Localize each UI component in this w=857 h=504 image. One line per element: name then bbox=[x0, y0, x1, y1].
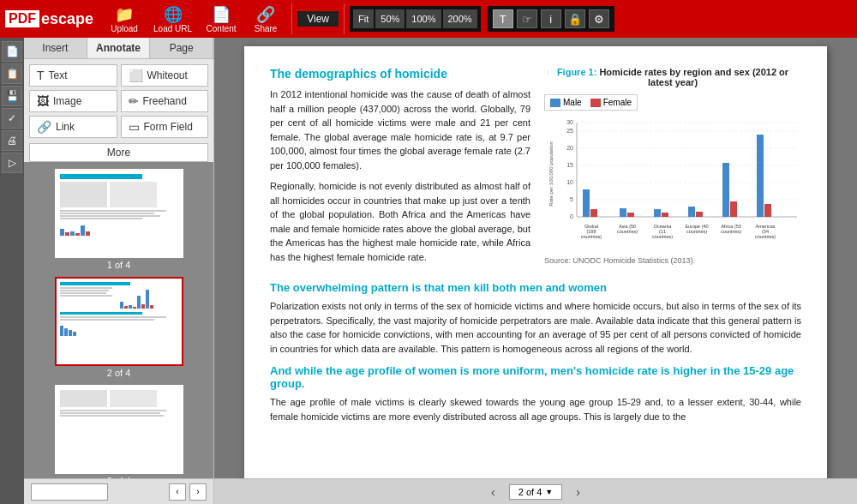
freehand-button[interactable]: ✏ Freehand bbox=[121, 90, 209, 112]
upload-icon: 📁 bbox=[112, 5, 136, 24]
thumb-label-1: 1 of 4 bbox=[107, 260, 131, 270]
col-right: Figure 1: Homicide rates by region and s… bbox=[544, 67, 801, 271]
legend-male: Male bbox=[550, 98, 582, 107]
svg-text:countries): countries) bbox=[755, 234, 776, 239]
legend-male-label: Male bbox=[563, 98, 582, 107]
section1-title: The demographics of homicide bbox=[270, 67, 530, 81]
strip-btn-3[interactable]: 💾 bbox=[2, 86, 22, 106]
bar-global-male bbox=[583, 189, 590, 217]
bar-asia-male bbox=[620, 208, 626, 217]
top-toolbar: PDF escape 📁 Upload 🌐 Load URL 📄 Content… bbox=[0, 0, 857, 38]
zoom-50-button[interactable]: 50% bbox=[375, 9, 405, 28]
bar-oceania-male bbox=[654, 209, 661, 217]
whiteout-icon: ⬜ bbox=[129, 69, 143, 82]
two-col-section: The demographics of homicide In 2012 int… bbox=[270, 67, 801, 271]
svg-text:15: 15 bbox=[566, 162, 573, 168]
chart-title: Figure 1: Homicide rates by region and s… bbox=[544, 67, 801, 87]
svg-text:25: 25 bbox=[566, 128, 573, 134]
info-button[interactable]: i bbox=[541, 9, 561, 28]
freehand-label: Freehand bbox=[143, 95, 187, 107]
thumbnail-1[interactable] bbox=[55, 169, 183, 258]
thumbnail-3[interactable] bbox=[55, 385, 183, 474]
image-icon: 🖼 bbox=[37, 94, 49, 108]
zoom-200-button[interactable]: 200% bbox=[443, 9, 477, 28]
side-panel: Insert Annotate Page T Text ⬜ Whiteout 🖼… bbox=[24, 38, 214, 504]
logo-pdf: PDF escape bbox=[5, 10, 93, 28]
main-next-arrow[interactable]: › bbox=[569, 485, 587, 499]
form-field-label: Form Field bbox=[144, 121, 193, 133]
bar-americas-female bbox=[764, 204, 771, 217]
settings-button[interactable]: ⚙ bbox=[589, 9, 609, 28]
thumb-container-1: 1 of 4 bbox=[55, 169, 183, 270]
strip-btn-1[interactable]: 📄 bbox=[2, 41, 22, 62]
upload-label: Upload bbox=[111, 24, 138, 33]
view-button[interactable]: View bbox=[297, 11, 339, 27]
bar-europe-male bbox=[688, 207, 695, 217]
col-left: The demographics of homicide In 2012 int… bbox=[270, 67, 530, 271]
main-content: The demographics of homicide In 2012 int… bbox=[214, 38, 857, 504]
text-icon: T bbox=[37, 69, 45, 82]
logo-escape-text: escape bbox=[41, 10, 93, 28]
prev-page-arrow[interactable]: ‹ bbox=[169, 483, 186, 501]
thumbnail-2[interactable] bbox=[55, 277, 183, 366]
zoom-100-button[interactable]: 100% bbox=[406, 9, 440, 28]
thumb-label-2: 2 of 4 bbox=[107, 368, 131, 378]
svg-text:Rate per 100,000 population: Rate per 100,000 population bbox=[548, 141, 554, 207]
share-button[interactable]: 🔗 Share bbox=[245, 3, 286, 35]
tab-annotate[interactable]: Annotate bbox=[87, 38, 151, 58]
load-url-label: Load URL bbox=[153, 24, 192, 33]
lock-button[interactable]: 🔒 bbox=[565, 9, 585, 28]
strip-btn-2[interactable]: 📋 bbox=[2, 63, 22, 84]
main-page-dropdown-icon[interactable]: ▼ bbox=[545, 488, 553, 496]
logo-pdf-box: PDF bbox=[5, 10, 39, 27]
more-button[interactable]: More bbox=[29, 143, 208, 162]
svg-text:10: 10 bbox=[566, 179, 573, 185]
search-box bbox=[31, 483, 108, 501]
link-button[interactable]: 🔗 Link bbox=[29, 116, 117, 138]
strip-btn-5[interactable]: 🖨 bbox=[2, 130, 22, 151]
next-page-arrow[interactable]: › bbox=[189, 483, 207, 501]
tab-insert[interactable]: Insert bbox=[24, 38, 87, 58]
view-label: View bbox=[307, 13, 329, 25]
tab-page[interactable]: Page bbox=[150, 38, 213, 58]
right-tools: T ☞ i 🔒 ⚙ bbox=[488, 6, 614, 32]
strip-btn-6[interactable]: ▷ bbox=[2, 153, 22, 173]
main-bottom-nav: ‹ 2 of 4 ▼ › bbox=[214, 478, 857, 504]
upload-button[interactable]: 📁 Upload bbox=[104, 3, 145, 35]
svg-text:countries): countries) bbox=[581, 234, 602, 239]
section2-title: The overwhelming pattern is that men kil… bbox=[270, 281, 801, 294]
svg-text:countries): countries) bbox=[721, 229, 741, 234]
pdf-paper: The demographics of homicide In 2012 int… bbox=[244, 46, 827, 478]
hand-tool-button[interactable]: ☞ bbox=[517, 9, 537, 28]
bar-oceania-female bbox=[662, 213, 668, 217]
strip-btn-4[interactable]: ✓ bbox=[2, 108, 22, 129]
insert-grid: T Text ⬜ Whiteout 🖼 Image ✏ Freehand 🔗 L… bbox=[24, 59, 213, 143]
bar-africa-male bbox=[722, 163, 729, 217]
share-icon: 🔗 bbox=[254, 5, 278, 24]
figure-label: Figure 1: bbox=[557, 67, 596, 77]
form-field-button[interactable]: ▭ Form Field bbox=[121, 116, 209, 138]
content-button[interactable]: 📄 Content bbox=[201, 3, 242, 35]
svg-text:5: 5 bbox=[570, 196, 573, 202]
bar-americas-male bbox=[757, 135, 764, 217]
whiteout-button[interactable]: ⬜ Whiteout bbox=[121, 64, 209, 87]
pdf-page: The demographics of homicide In 2012 int… bbox=[214, 38, 857, 478]
form-field-icon: ▭ bbox=[129, 120, 140, 134]
text-button[interactable]: T Text bbox=[29, 64, 117, 87]
share-label: Share bbox=[255, 24, 278, 33]
main-prev-arrow[interactable]: ‹ bbox=[484, 485, 502, 499]
text-label: Text bbox=[49, 69, 68, 81]
svg-text:countries): countries) bbox=[617, 229, 638, 234]
tab-bar: Insert Annotate Page bbox=[24, 38, 213, 59]
load-url-button[interactable]: 🌐 Load URL bbox=[148, 3, 197, 35]
thumbnail-scroll[interactable]: 1 of 4 bbox=[24, 162, 213, 504]
svg-text:0: 0 bbox=[570, 213, 573, 219]
section1-para2: Regionally, homicide is not evenly distr… bbox=[270, 179, 530, 264]
section3-title: And while the age profile of women is mo… bbox=[270, 364, 801, 390]
search-input[interactable] bbox=[31, 483, 108, 501]
fit-button[interactable]: Fit bbox=[353, 9, 374, 28]
image-button[interactable]: 🖼 Image bbox=[29, 90, 117, 112]
link-icon: 🔗 bbox=[37, 120, 51, 134]
cursor-tool-button[interactable]: T bbox=[493, 9, 513, 28]
bar-global-female bbox=[590, 209, 597, 217]
